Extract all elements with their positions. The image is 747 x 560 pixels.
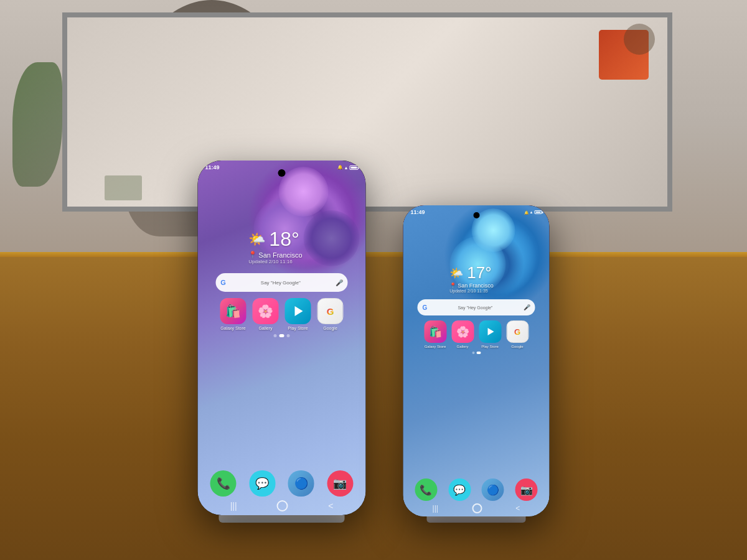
right-weather-widget: 🌤️ 17° 📍 San Francisco Updated 2/10 11:3… (449, 263, 494, 293)
right-dock-phone[interactable]: 📞 (415, 478, 437, 501)
left-dot-3 (287, 334, 290, 337)
left-gallery-container: 🌸 Gallery (253, 298, 279, 330)
right-phone-icon: 📞 (420, 484, 432, 496)
left-dot-1 (274, 334, 277, 337)
left-play-triangle (294, 306, 303, 316)
right-gallery-label: Gallery (456, 345, 468, 348)
right-status-bar: 11:49 🔔 ▲ (411, 209, 542, 215)
left-weather-widget: 🌤️ 18° 📍 San Francisco Updated 2/10 11:1… (248, 228, 302, 264)
right-signal-icon: 🔔 (524, 210, 529, 215)
right-dot-1 (472, 352, 474, 354)
right-google-label: Google (511, 345, 523, 348)
frame-art-shape3 (105, 175, 142, 200)
left-galaxy-store-label: Galaxy Store (220, 326, 245, 330)
left-nav-bar: ||| < (198, 500, 366, 511)
left-weather-sun-icon: 🌤️ (248, 231, 265, 248)
left-google-container: G Google (317, 298, 344, 330)
right-page-dots (472, 352, 481, 354)
left-status-icons: 🔔 ▲ (337, 165, 359, 170)
frame-art-shape2 (624, 24, 655, 55)
right-nav-bar: ||| < (403, 503, 550, 513)
left-play-store-icon[interactable] (285, 298, 311, 324)
left-google-icon[interactable]: G (317, 298, 344, 324)
right-galaxy-store-icon[interactable]: 🛍️ (424, 320, 446, 343)
right-play-triangle (487, 328, 494, 335)
right-nav-back[interactable]: < (515, 504, 520, 513)
left-mic-icon[interactable]: 🎤 (336, 279, 343, 286)
left-galaxy-store-container: 🛍️ Galaxy Store (220, 298, 247, 330)
left-gallery-icon[interactable]: 🌸 (253, 298, 279, 324)
left-stand-bracket (218, 515, 345, 523)
left-dock-camera[interactable]: 📷 (327, 470, 353, 497)
left-weather-city: 📍 San Francisco (248, 251, 302, 259)
right-screen-content: 🌤️ 17° 📍 San Francisco Updated 2/10 11:3… (403, 205, 550, 516)
left-play-store-container: Play Store (285, 298, 311, 330)
right-search-bar[interactable]: G Say "Hey Google" 🎤 (417, 299, 535, 315)
left-search-text: Say "Hey Google" (228, 280, 333, 286)
scene: 11:49 🔔 ▲ 🌤️ 18° (0, 0, 747, 560)
left-battery-fill (351, 167, 357, 169)
right-google-icon[interactable]: G (506, 320, 529, 343)
left-nav-home[interactable] (277, 500, 288, 511)
left-battery (350, 166, 359, 170)
left-messages-icon: 💬 (255, 477, 269, 490)
left-wifi-icon: ▲ (344, 166, 349, 170)
left-dock-bixby[interactable]: 🔵 (288, 470, 314, 497)
left-app-row: 🛍️ Galaxy Store 🌸 Gallery (220, 298, 344, 330)
right-dock-camera[interactable]: 📷 (515, 478, 538, 501)
right-gallery-container: 🌸 Gallery (451, 320, 474, 348)
left-dot-2 (280, 334, 284, 337)
right-battery (535, 210, 542, 214)
left-galaxy-store-icon[interactable]: 🛍️ (220, 298, 247, 324)
right-nav-home[interactable] (472, 503, 482, 513)
left-play-store-label: Play Store (288, 326, 308, 330)
right-galaxy-store-label: Galaxy Store (425, 345, 446, 348)
right-google-container: G Google (506, 320, 529, 348)
left-weather-temp: 18° (269, 228, 299, 251)
right-dock-bixby[interactable]: 🔵 (482, 478, 504, 501)
left-weather-top: 🌤️ 18° (248, 228, 299, 251)
right-dock-messages[interactable]: 💬 (448, 478, 471, 501)
right-google-letter: G (514, 327, 520, 337)
left-gallery-emoji: 🌸 (258, 304, 273, 319)
right-play-store-icon[interactable] (479, 320, 501, 343)
right-status-icons: 🔔 ▲ (524, 210, 542, 215)
right-app-row: 🛍️ Galaxy Store 🌸 Gallery (424, 320, 529, 348)
right-weather-temp: 17° (467, 263, 491, 282)
left-gallery-label: Gallery (258, 326, 272, 330)
left-dock-phone[interactable]: 📞 (210, 470, 237, 497)
left-search-bar[interactable]: G Say "Hey Google" 🎤 (215, 273, 348, 292)
right-dot-2 (476, 352, 481, 354)
right-camera-icon: 📷 (520, 484, 533, 496)
right-phone-stand: 11:49 🔔 ▲ 🌤️ 17° (403, 205, 550, 523)
right-nav-recent[interactable]: ||| (433, 504, 438, 513)
left-dock: 📞 💬 🔵 📷 (204, 470, 360, 497)
right-stand-bracket (426, 516, 526, 523)
left-dock-messages[interactable]: 💬 (249, 470, 275, 497)
right-battery-fill (536, 212, 541, 213)
right-time: 11:49 (411, 209, 425, 215)
right-wifi-icon: ▲ (530, 210, 533, 214)
left-google-letter: G (327, 306, 334, 317)
left-page-dots (274, 334, 290, 337)
right-messages-icon: 💬 (453, 484, 466, 496)
left-signal-icon: 🔔 (337, 165, 343, 170)
left-phone: 11:49 🔔 ▲ 🌤️ 18° (198, 161, 366, 515)
right-location-icon: 📍 (449, 282, 456, 289)
right-weather-sun-icon: 🌤️ (449, 266, 463, 280)
right-galaxy-store-container: 🛍️ Galaxy Store (424, 320, 446, 348)
left-weather-updated: Updated 2/10 11:16 (248, 259, 292, 264)
left-galaxy-store-emoji: 🛍️ (225, 304, 241, 319)
right-play-store-label: Play Store (481, 345, 499, 348)
right-galaxy-store-emoji: 🛍️ (429, 325, 442, 338)
right-phone: 11:49 🔔 ▲ 🌤️ 17° (403, 205, 550, 516)
phones-container: 11:49 🔔 ▲ 🌤️ 18° (198, 161, 550, 523)
right-weather-updated: Updated 2/10 11:35 (449, 289, 488, 293)
right-gallery-icon[interactable]: 🌸 (451, 320, 474, 343)
left-nav-back[interactable]: < (328, 501, 333, 511)
right-mic-icon[interactable]: 🎤 (524, 304, 530, 310)
right-weather-top: 🌤️ 17° (449, 263, 491, 282)
right-play-store-container: Play Store (479, 320, 501, 348)
left-google-g: G (220, 279, 226, 286)
left-nav-recent[interactable]: ||| (230, 501, 237, 511)
